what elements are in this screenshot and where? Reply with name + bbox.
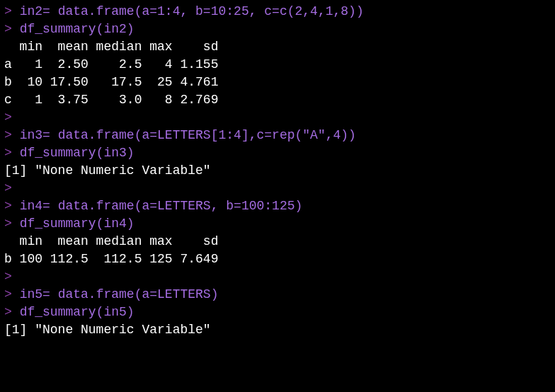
terminal-line: b 10 17.50 17.5 25 4.761 [4, 74, 551, 91]
terminal-line: b 100 112.5 112.5 125 7.649 [4, 250, 551, 268]
output-text: a 1 2.50 2.5 4 1.155 [4, 57, 218, 71]
terminal-line: > [4, 268, 551, 286]
command-text: in4= data.frame(a=LETTERS, b=100:125) [20, 199, 303, 213]
terminal-line: > [4, 180, 551, 197]
command-text: df_summary(in2) [20, 22, 135, 36]
terminal-line: [1] "None Numeric Variable" [4, 321, 551, 339]
command-text: in5= data.frame(a=LETTERS) [20, 287, 219, 301]
prompt-char: > [4, 217, 12, 231]
terminal-line: > df_summary(in3) [4, 144, 551, 162]
command-text: in3= data.frame(a=LETTERS[1:4],c=rep("A"… [20, 128, 356, 142]
terminal-line: > in3= data.frame(a=LETTERS[1:4],c=rep("… [4, 127, 551, 144]
prompt-char: > [4, 199, 12, 213]
terminal-line: > [4, 109, 551, 127]
output-text: [1] "None Numeric Variable" [4, 323, 211, 337]
prompt-char: > [4, 305, 12, 319]
output-text: [1] "None Numeric Variable" [4, 163, 211, 178]
command-text: df_summary(in5) [20, 305, 135, 319]
terminal-line: a 1 2.50 2.5 4 1.155 [4, 56, 551, 74]
prompt-char: > [4, 270, 12, 284]
terminal-line: > in5= data.frame(a=LETTERS) [4, 286, 551, 304]
command-text: df_summary(in4) [20, 217, 135, 231]
output-text: b 100 112.5 112.5 125 7.649 [4, 252, 218, 266]
output-text: c 1 3.75 3.0 8 2.769 [4, 93, 218, 107]
prompt-char: > [4, 110, 12, 125]
terminal-line: > df_summary(in4) [4, 215, 551, 233]
prompt-char: > [4, 128, 12, 142]
command-text: df_summary(in3) [20, 146, 135, 160]
terminal-line: min mean median max sd [4, 233, 551, 250]
prompt-char: > [4, 4, 12, 18]
terminal-line: > df_summary(in5) [4, 304, 551, 321]
terminal[interactable]: > in2= data.frame(a=1:4, b=10:25, c=c(2,… [0, 0, 555, 342]
terminal-line: [1] "None Numeric Variable" [4, 162, 551, 180]
prompt-char: > [4, 146, 12, 160]
terminal-line: > in4= data.frame(a=LETTERS, b=100:125) [4, 197, 551, 215]
output-text: min mean median max sd [4, 40, 218, 54]
output-text: b 10 17.50 17.5 25 4.761 [4, 75, 218, 89]
command-text: in2= data.frame(a=1:4, b=10:25, c=c(2,4,… [20, 4, 364, 18]
terminal-line: min mean median max sd [4, 38, 551, 56]
prompt-char: > [4, 287, 12, 301]
terminal-line: > df_summary(in2) [4, 21, 551, 38]
prompt-char: > [4, 181, 12, 195]
terminal-line: > in2= data.frame(a=1:4, b=10:25, c=c(2,… [4, 3, 551, 21]
output-text: min mean median max sd [4, 234, 218, 248]
terminal-line: c 1 3.75 3.0 8 2.769 [4, 91, 551, 109]
prompt-char: > [4, 22, 12, 36]
